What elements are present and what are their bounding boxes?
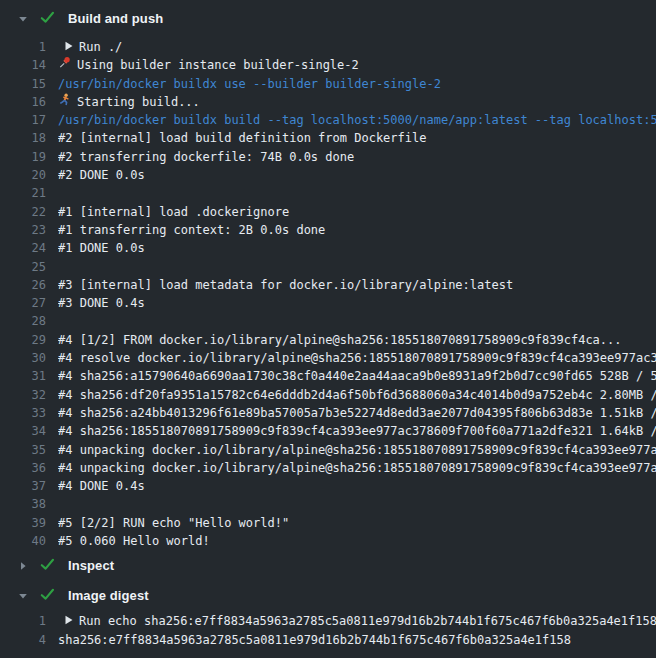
log-group-toggle[interactable]: Run echo sha256:e7ff8834a5963a2785c5a081… bbox=[58, 612, 656, 630]
check-icon bbox=[40, 556, 55, 575]
log-line: 20#2 DONE 0.0s bbox=[0, 166, 656, 184]
check-icon bbox=[40, 586, 55, 605]
log-line-text: #4 sha256:185518070891758909c9f839cf4ca3… bbox=[58, 422, 656, 440]
log-line: 19#2 transferring dockerfile: 74B 0.0s d… bbox=[0, 148, 656, 166]
log-line: 40#5 0.060 Hello world! bbox=[0, 532, 656, 550]
log-line: 22#1 [internal] load .dockerignore bbox=[0, 203, 656, 221]
log-line-text: #2 DONE 0.0s bbox=[58, 166, 145, 184]
line-number[interactable]: 34 bbox=[0, 422, 46, 440]
line-number[interactable]: 40 bbox=[0, 532, 46, 550]
line-number[interactable]: 26 bbox=[0, 276, 46, 294]
log-line-text-wrap: #4 unpacking docker.io/library/alpine@sh… bbox=[58, 441, 656, 459]
section-header-image-digest[interactable]: Image digest bbox=[0, 580, 656, 610]
log-line: 15/usr/bin/docker buildx use --builder b… bbox=[0, 75, 656, 93]
log-line-text: #1 DONE 0.0s bbox=[58, 239, 145, 257]
section-toggle[interactable] bbox=[18, 560, 28, 570]
line-number[interactable]: 24 bbox=[0, 239, 46, 257]
log-line: 25 bbox=[0, 258, 656, 276]
workflow-log-viewer: Build and push1Run ./14Using builder ins… bbox=[0, 0, 656, 658]
log-line: 29#4 [1/2] FROM docker.io/library/alpine… bbox=[0, 331, 656, 349]
log-line: 14Using builder instance builder-single-… bbox=[0, 56, 656, 74]
line-number[interactable]: 16 bbox=[0, 93, 46, 111]
line-number[interactable]: 32 bbox=[0, 386, 46, 404]
log-line-text: #4 unpacking docker.io/library/alpine@sh… bbox=[58, 441, 656, 459]
line-number[interactable]: 22 bbox=[0, 203, 46, 221]
log-line-text: #3 DONE 0.4s bbox=[58, 294, 145, 312]
log-line: 33#4 sha256:a24bb4013296f61e89ba57005a7b… bbox=[0, 404, 656, 422]
line-number[interactable]: 1 bbox=[0, 612, 46, 630]
section-toggle[interactable] bbox=[18, 13, 28, 23]
pushpin-icon bbox=[58, 56, 71, 74]
section-title-build-and-push: Build and push bbox=[68, 11, 163, 26]
status-icon-wrap bbox=[40, 12, 55, 25]
line-number[interactable]: 23 bbox=[0, 221, 46, 239]
log-line-text-wrap: sha256:e7ff8834a5963a2785c5a0811e979d16b… bbox=[58, 631, 656, 649]
log-line: 28 bbox=[0, 312, 656, 330]
log-line-text: #1 transferring context: 2B 0.0s done bbox=[58, 221, 325, 239]
line-number[interactable]: 33 bbox=[0, 404, 46, 422]
log-line-text-wrap: #4 [1/2] FROM docker.io/library/alpine@s… bbox=[58, 331, 656, 349]
log-line: 35#4 unpacking docker.io/library/alpine@… bbox=[0, 441, 656, 459]
line-number[interactable]: 18 bbox=[0, 129, 46, 147]
line-number[interactable]: 38 bbox=[0, 495, 46, 513]
log-line-text-wrap: #2 DONE 0.0s bbox=[58, 166, 656, 184]
log-line-text: #4 DONE 0.4s bbox=[58, 477, 145, 495]
log-line-text-wrap: #5 [2/2] RUN echo "Hello world!" bbox=[58, 514, 656, 532]
line-number[interactable]: 14 bbox=[0, 56, 46, 74]
play-icon-wrap bbox=[65, 612, 73, 630]
line-number[interactable]: 30 bbox=[0, 349, 46, 367]
log-line-text: #3 [internal] load metadata for docker.i… bbox=[58, 276, 513, 294]
line-number[interactable]: 36 bbox=[0, 459, 46, 477]
section-header-build-and-push[interactable]: Build and push bbox=[0, 0, 656, 36]
play-icon-wrap bbox=[65, 38, 73, 56]
log-line-text: #4 sha256:a24bb4013296f61e89ba57005a7b3e… bbox=[58, 404, 656, 422]
log-line: 30#4 resolve docker.io/library/alpine@sh… bbox=[0, 349, 656, 367]
line-number[interactable]: 35 bbox=[0, 441, 46, 459]
log-line: 23#1 transferring context: 2B 0.0s done bbox=[0, 221, 656, 239]
log-line-text: #4 sha256:a15790640a6690aa1730c38cf0a440… bbox=[58, 367, 656, 385]
line-number[interactable]: 17 bbox=[0, 111, 46, 129]
line-number[interactable]: 15 bbox=[0, 75, 46, 93]
line-number[interactable]: 1 bbox=[0, 38, 46, 56]
log-line-text: Run ./ bbox=[79, 38, 122, 56]
line-number[interactable]: 19 bbox=[0, 148, 46, 166]
log-line: 27#3 DONE 0.4s bbox=[0, 294, 656, 312]
log-group-toggle[interactable]: Run ./ bbox=[58, 38, 656, 56]
line-number[interactable]: 31 bbox=[0, 367, 46, 385]
line-number[interactable]: 4 bbox=[0, 631, 46, 649]
section-toggle[interactable] bbox=[18, 590, 28, 600]
log-line: 16Starting build... bbox=[0, 93, 656, 111]
log-line-text-wrap: Using builder instance builder-single-2 bbox=[58, 56, 656, 74]
log-line-text-wrap: #1 DONE 0.0s bbox=[58, 239, 656, 257]
log-line-text: #2 transferring dockerfile: 74B 0.0s don… bbox=[58, 148, 354, 166]
line-number[interactable]: 27 bbox=[0, 294, 46, 312]
log-line: 39#5 [2/2] RUN echo "Hello world!" bbox=[0, 514, 656, 532]
log-line-text-wrap: #4 DONE 0.4s bbox=[58, 477, 656, 495]
log-line-text-wrap: #2 [internal] load build definition from… bbox=[58, 129, 656, 147]
log-block-image-digest: 1Run echo sha256:e7ff8834a5963a2785c5a08… bbox=[0, 610, 656, 649]
log-line-text-wrap: #5 0.060 Hello world! bbox=[58, 532, 656, 550]
chevron-right-icon[interactable] bbox=[18, 556, 28, 575]
log-line-text: #5 [2/2] RUN echo "Hello world!" bbox=[58, 514, 289, 532]
line-number[interactable]: 20 bbox=[0, 166, 46, 184]
log-block-build-and-push: 1Run ./14Using builder instance builder-… bbox=[0, 36, 656, 550]
line-number[interactable]: 29 bbox=[0, 331, 46, 349]
log-line-text: #4 unpacking docker.io/library/alpine@sh… bbox=[58, 459, 656, 477]
section-title-image-digest: Image digest bbox=[68, 588, 149, 603]
chevron-down-icon[interactable] bbox=[18, 586, 28, 605]
line-number[interactable]: 37 bbox=[0, 477, 46, 495]
line-number[interactable]: 25 bbox=[0, 258, 46, 276]
log-line-text-wrap bbox=[58, 184, 656, 202]
log-line-text-wrap: /usr/bin/docker buildx build --tag local… bbox=[58, 111, 656, 129]
status-icon-wrap bbox=[40, 589, 55, 602]
log-line-text-wrap: #1 [internal] load .dockerignore bbox=[58, 203, 656, 221]
log-line-text-wrap: /usr/bin/docker buildx use --builder bui… bbox=[58, 75, 656, 93]
chevron-down-icon[interactable] bbox=[18, 9, 28, 28]
section-header-inspect[interactable]: Inspect bbox=[0, 550, 656, 580]
log-line: 17/usr/bin/docker buildx build --tag loc… bbox=[0, 111, 656, 129]
line-number[interactable]: 28 bbox=[0, 312, 46, 330]
line-number[interactable]: 39 bbox=[0, 514, 46, 532]
line-number[interactable]: 21 bbox=[0, 184, 46, 202]
play-icon bbox=[65, 612, 73, 630]
log-line-text-wrap: #4 sha256:185518070891758909c9f839cf4ca3… bbox=[58, 422, 656, 440]
